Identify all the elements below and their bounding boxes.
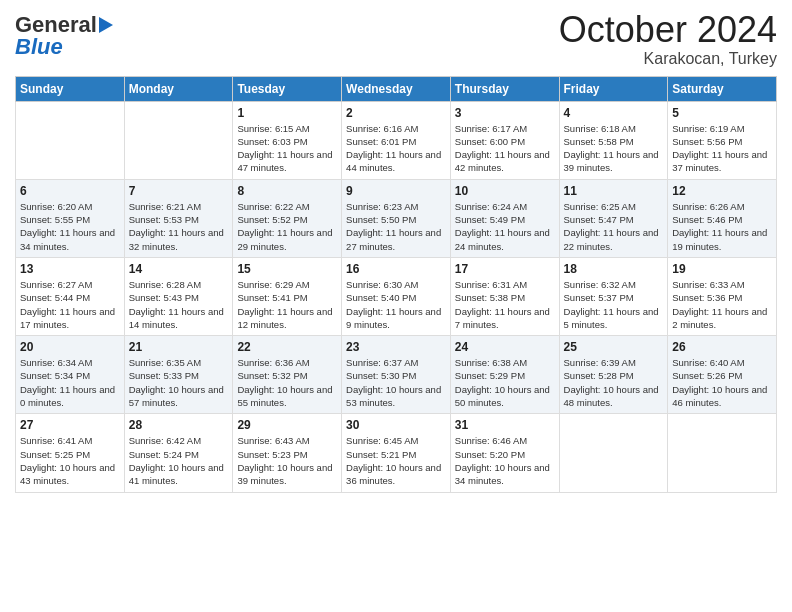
day-cell: 6Sunrise: 6:20 AMSunset: 5:55 PMDaylight… — [16, 179, 125, 257]
day-info: Sunrise: 6:41 AMSunset: 5:25 PMDaylight:… — [20, 434, 120, 487]
logo: General Blue — [15, 10, 113, 58]
day-info: Sunrise: 6:15 AMSunset: 6:03 PMDaylight:… — [237, 122, 337, 175]
day-info: Sunrise: 6:24 AMSunset: 5:49 PMDaylight:… — [455, 200, 555, 253]
col-monday: Monday — [124, 76, 233, 101]
day-cell: 18Sunrise: 6:32 AMSunset: 5:37 PMDayligh… — [559, 257, 668, 335]
day-cell — [559, 414, 668, 492]
day-cell: 2Sunrise: 6:16 AMSunset: 6:01 PMDaylight… — [342, 101, 451, 179]
day-cell: 10Sunrise: 6:24 AMSunset: 5:49 PMDayligh… — [450, 179, 559, 257]
calendar-title: October 2024 — [559, 10, 777, 50]
day-info: Sunrise: 6:32 AMSunset: 5:37 PMDaylight:… — [564, 278, 664, 331]
day-number: 5 — [672, 106, 772, 120]
day-cell: 14Sunrise: 6:28 AMSunset: 5:43 PMDayligh… — [124, 257, 233, 335]
week-row-1: 1Sunrise: 6:15 AMSunset: 6:03 PMDaylight… — [16, 101, 777, 179]
logo-text: General — [15, 14, 97, 36]
day-cell: 15Sunrise: 6:29 AMSunset: 5:41 PMDayligh… — [233, 257, 342, 335]
day-number: 22 — [237, 340, 337, 354]
day-info: Sunrise: 6:37 AMSunset: 5:30 PMDaylight:… — [346, 356, 446, 409]
day-number: 27 — [20, 418, 120, 432]
day-number: 19 — [672, 262, 772, 276]
day-number: 6 — [20, 184, 120, 198]
week-row-5: 27Sunrise: 6:41 AMSunset: 5:25 PMDayligh… — [16, 414, 777, 492]
day-number: 13 — [20, 262, 120, 276]
day-info: Sunrise: 6:45 AMSunset: 5:21 PMDaylight:… — [346, 434, 446, 487]
day-number: 1 — [237, 106, 337, 120]
day-info: Sunrise: 6:20 AMSunset: 5:55 PMDaylight:… — [20, 200, 120, 253]
day-info: Sunrise: 6:17 AMSunset: 6:00 PMDaylight:… — [455, 122, 555, 175]
day-cell: 19Sunrise: 6:33 AMSunset: 5:36 PMDayligh… — [668, 257, 777, 335]
day-cell: 24Sunrise: 6:38 AMSunset: 5:29 PMDayligh… — [450, 336, 559, 414]
header-row: Sunday Monday Tuesday Wednesday Thursday… — [16, 76, 777, 101]
day-number: 16 — [346, 262, 446, 276]
day-cell: 27Sunrise: 6:41 AMSunset: 5:25 PMDayligh… — [16, 414, 125, 492]
day-cell: 1Sunrise: 6:15 AMSunset: 6:03 PMDaylight… — [233, 101, 342, 179]
day-number: 7 — [129, 184, 229, 198]
calendar-subtitle: Karakocan, Turkey — [559, 50, 777, 68]
col-tuesday: Tuesday — [233, 76, 342, 101]
day-info: Sunrise: 6:31 AMSunset: 5:38 PMDaylight:… — [455, 278, 555, 331]
day-info: Sunrise: 6:34 AMSunset: 5:34 PMDaylight:… — [20, 356, 120, 409]
day-cell: 11Sunrise: 6:25 AMSunset: 5:47 PMDayligh… — [559, 179, 668, 257]
page: General Blue October 2024 Karakocan, Tur… — [0, 0, 792, 612]
day-number: 31 — [455, 418, 555, 432]
day-info: Sunrise: 6:21 AMSunset: 5:53 PMDaylight:… — [129, 200, 229, 253]
day-number: 26 — [672, 340, 772, 354]
day-number: 21 — [129, 340, 229, 354]
day-cell: 26Sunrise: 6:40 AMSunset: 5:26 PMDayligh… — [668, 336, 777, 414]
day-number: 9 — [346, 184, 446, 198]
day-cell: 17Sunrise: 6:31 AMSunset: 5:38 PMDayligh… — [450, 257, 559, 335]
day-cell: 21Sunrise: 6:35 AMSunset: 5:33 PMDayligh… — [124, 336, 233, 414]
day-number: 29 — [237, 418, 337, 432]
day-cell: 12Sunrise: 6:26 AMSunset: 5:46 PMDayligh… — [668, 179, 777, 257]
day-info: Sunrise: 6:18 AMSunset: 5:58 PMDaylight:… — [564, 122, 664, 175]
day-cell: 25Sunrise: 6:39 AMSunset: 5:28 PMDayligh… — [559, 336, 668, 414]
day-number: 12 — [672, 184, 772, 198]
day-number: 28 — [129, 418, 229, 432]
day-number: 17 — [455, 262, 555, 276]
day-cell — [668, 414, 777, 492]
day-info: Sunrise: 6:46 AMSunset: 5:20 PMDaylight:… — [455, 434, 555, 487]
day-cell: 13Sunrise: 6:27 AMSunset: 5:44 PMDayligh… — [16, 257, 125, 335]
day-cell: 9Sunrise: 6:23 AMSunset: 5:50 PMDaylight… — [342, 179, 451, 257]
calendar-table: Sunday Monday Tuesday Wednesday Thursday… — [15, 76, 777, 493]
day-info: Sunrise: 6:27 AMSunset: 5:44 PMDaylight:… — [20, 278, 120, 331]
day-cell: 28Sunrise: 6:42 AMSunset: 5:24 PMDayligh… — [124, 414, 233, 492]
day-number: 30 — [346, 418, 446, 432]
day-info: Sunrise: 6:25 AMSunset: 5:47 PMDaylight:… — [564, 200, 664, 253]
day-info: Sunrise: 6:29 AMSunset: 5:41 PMDaylight:… — [237, 278, 337, 331]
day-number: 20 — [20, 340, 120, 354]
day-number: 8 — [237, 184, 337, 198]
day-cell: 22Sunrise: 6:36 AMSunset: 5:32 PMDayligh… — [233, 336, 342, 414]
day-cell — [124, 101, 233, 179]
day-info: Sunrise: 6:42 AMSunset: 5:24 PMDaylight:… — [129, 434, 229, 487]
week-row-3: 13Sunrise: 6:27 AMSunset: 5:44 PMDayligh… — [16, 257, 777, 335]
col-thursday: Thursday — [450, 76, 559, 101]
col-friday: Friday — [559, 76, 668, 101]
day-info: Sunrise: 6:30 AMSunset: 5:40 PMDaylight:… — [346, 278, 446, 331]
logo-arrow-icon — [99, 17, 113, 33]
week-row-2: 6Sunrise: 6:20 AMSunset: 5:55 PMDaylight… — [16, 179, 777, 257]
day-number: 14 — [129, 262, 229, 276]
title-block: October 2024 Karakocan, Turkey — [559, 10, 777, 68]
day-cell: 3Sunrise: 6:17 AMSunset: 6:00 PMDaylight… — [450, 101, 559, 179]
day-cell: 8Sunrise: 6:22 AMSunset: 5:52 PMDaylight… — [233, 179, 342, 257]
day-cell: 16Sunrise: 6:30 AMSunset: 5:40 PMDayligh… — [342, 257, 451, 335]
day-info: Sunrise: 6:26 AMSunset: 5:46 PMDaylight:… — [672, 200, 772, 253]
day-cell: 4Sunrise: 6:18 AMSunset: 5:58 PMDaylight… — [559, 101, 668, 179]
day-info: Sunrise: 6:23 AMSunset: 5:50 PMDaylight:… — [346, 200, 446, 253]
day-info: Sunrise: 6:19 AMSunset: 5:56 PMDaylight:… — [672, 122, 772, 175]
header: General Blue October 2024 Karakocan, Tur… — [15, 10, 777, 68]
day-number: 11 — [564, 184, 664, 198]
day-info: Sunrise: 6:40 AMSunset: 5:26 PMDaylight:… — [672, 356, 772, 409]
day-number: 23 — [346, 340, 446, 354]
day-info: Sunrise: 6:33 AMSunset: 5:36 PMDaylight:… — [672, 278, 772, 331]
day-cell — [16, 101, 125, 179]
day-number: 18 — [564, 262, 664, 276]
day-number: 24 — [455, 340, 555, 354]
day-info: Sunrise: 6:39 AMSunset: 5:28 PMDaylight:… — [564, 356, 664, 409]
day-cell: 7Sunrise: 6:21 AMSunset: 5:53 PMDaylight… — [124, 179, 233, 257]
day-cell: 5Sunrise: 6:19 AMSunset: 5:56 PMDaylight… — [668, 101, 777, 179]
day-info: Sunrise: 6:28 AMSunset: 5:43 PMDaylight:… — [129, 278, 229, 331]
day-cell: 31Sunrise: 6:46 AMSunset: 5:20 PMDayligh… — [450, 414, 559, 492]
day-cell: 20Sunrise: 6:34 AMSunset: 5:34 PMDayligh… — [16, 336, 125, 414]
